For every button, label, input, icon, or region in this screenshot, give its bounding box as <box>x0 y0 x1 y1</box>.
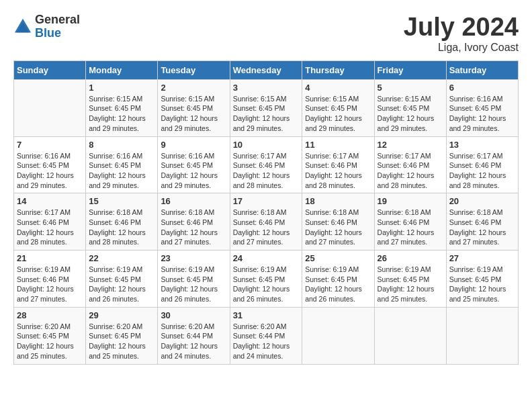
calendar-day-cell: 15Sunrise: 6:18 AM Sunset: 6:46 PM Dayli… <box>86 193 158 250</box>
weekday-header-thursday: Thursday <box>302 60 374 79</box>
location-subtitle: Liga, Ivory Coast <box>404 42 519 54</box>
day-info: Sunrise: 6:18 AM Sunset: 6:46 PM Dayligh… <box>449 208 515 247</box>
day-number: 13 <box>449 140 515 150</box>
day-number: 6 <box>449 83 515 93</box>
calendar-day-cell: 9Sunrise: 6:16 AM Sunset: 6:45 PM Daylig… <box>158 136 230 193</box>
calendar-week-row: 28Sunrise: 6:20 AM Sunset: 6:45 PM Dayli… <box>14 307 519 364</box>
calendar-day-cell: 19Sunrise: 6:18 AM Sunset: 6:46 PM Dayli… <box>374 193 446 250</box>
day-info: Sunrise: 6:19 AM Sunset: 6:45 PM Dayligh… <box>449 265 515 304</box>
calendar-day-cell: 13Sunrise: 6:17 AM Sunset: 6:46 PM Dayli… <box>446 136 518 193</box>
day-info: Sunrise: 6:20 AM Sunset: 6:45 PM Dayligh… <box>17 322 83 361</box>
day-number: 7 <box>17 140 83 150</box>
calendar-day-cell <box>374 307 446 364</box>
day-info: Sunrise: 6:16 AM Sunset: 6:45 PM Dayligh… <box>449 94 515 134</box>
weekday-header-friday: Friday <box>374 60 446 79</box>
calendar-day-cell: 26Sunrise: 6:19 AM Sunset: 6:45 PM Dayli… <box>374 250 446 308</box>
day-info: Sunrise: 6:19 AM Sunset: 6:45 PM Dayligh… <box>161 265 226 304</box>
day-number: 25 <box>305 253 371 263</box>
day-number: 11 <box>305 140 371 150</box>
calendar-day-cell: 24Sunrise: 6:19 AM Sunset: 6:45 PM Dayli… <box>230 250 302 308</box>
day-number: 16 <box>161 196 226 206</box>
calendar-day-cell: 30Sunrise: 6:20 AM Sunset: 6:44 PM Dayli… <box>158 307 230 364</box>
calendar-day-cell: 17Sunrise: 6:18 AM Sunset: 6:46 PM Dayli… <box>230 193 302 250</box>
day-number: 1 <box>89 83 154 93</box>
day-info: Sunrise: 6:20 AM Sunset: 6:45 PM Dayligh… <box>89 322 154 361</box>
day-info: Sunrise: 6:18 AM Sunset: 6:46 PM Dayligh… <box>305 208 371 247</box>
day-number: 29 <box>89 310 154 320</box>
calendar-day-cell: 8Sunrise: 6:16 AM Sunset: 6:45 PM Daylig… <box>86 136 158 193</box>
calendar-day-cell: 18Sunrise: 6:18 AM Sunset: 6:46 PM Dayli… <box>302 193 374 250</box>
weekday-header-saturday: Saturday <box>446 60 518 79</box>
calendar-day-cell: 12Sunrise: 6:17 AM Sunset: 6:46 PM Dayli… <box>374 136 446 193</box>
day-info: Sunrise: 6:15 AM Sunset: 6:45 PM Dayligh… <box>161 94 226 134</box>
weekday-header-monday: Monday <box>86 60 158 79</box>
page-header: General Blue July 2024 Liga, Ivory Coast <box>13 13 519 54</box>
logo-blue-text: Blue <box>35 27 80 40</box>
title-area: July 2024 Liga, Ivory Coast <box>404 13 519 54</box>
day-info: Sunrise: 6:17 AM Sunset: 6:46 PM Dayligh… <box>378 151 443 191</box>
calendar-week-row: 1Sunrise: 6:15 AM Sunset: 6:45 PM Daylig… <box>14 79 519 136</box>
day-number: 9 <box>161 140 226 150</box>
logo-general-text: General <box>35 13 80 27</box>
day-info: Sunrise: 6:19 AM Sunset: 6:45 PM Dayligh… <box>378 265 443 304</box>
day-info: Sunrise: 6:17 AM Sunset: 6:46 PM Dayligh… <box>17 208 83 247</box>
day-number: 10 <box>233 140 300 150</box>
weekday-header-row: SundayMondayTuesdayWednesdayThursdayFrid… <box>14 60 519 79</box>
day-info: Sunrise: 6:15 AM Sunset: 6:45 PM Dayligh… <box>233 94 300 134</box>
day-number: 27 <box>449 253 515 263</box>
calendar-day-cell: 31Sunrise: 6:20 AM Sunset: 6:44 PM Dayli… <box>230 307 302 364</box>
logo-icon <box>13 17 32 36</box>
day-info: Sunrise: 6:15 AM Sunset: 6:45 PM Dayligh… <box>378 94 443 134</box>
day-info: Sunrise: 6:18 AM Sunset: 6:46 PM Dayligh… <box>378 208 443 247</box>
logo-text: General Blue <box>35 13 80 40</box>
day-number: 8 <box>89 140 154 150</box>
day-number: 17 <box>233 196 300 206</box>
day-number: 26 <box>378 253 443 263</box>
weekday-header-wednesday: Wednesday <box>230 60 302 79</box>
calendar-day-cell: 22Sunrise: 6:19 AM Sunset: 6:45 PM Dayli… <box>86 250 158 308</box>
day-number: 5 <box>378 83 443 93</box>
day-number: 14 <box>17 196 83 206</box>
day-info: Sunrise: 6:15 AM Sunset: 6:45 PM Dayligh… <box>89 94 154 134</box>
day-number: 31 <box>233 310 300 320</box>
day-number: 12 <box>378 140 443 150</box>
day-number: 20 <box>449 196 515 206</box>
day-number: 18 <box>305 196 371 206</box>
day-info: Sunrise: 6:19 AM Sunset: 6:45 PM Dayligh… <box>233 265 300 304</box>
weekday-header-sunday: Sunday <box>14 60 86 79</box>
day-number: 4 <box>305 83 371 93</box>
calendar-day-cell: 7Sunrise: 6:16 AM Sunset: 6:45 PM Daylig… <box>14 136 86 193</box>
day-info: Sunrise: 6:19 AM Sunset: 6:46 PM Dayligh… <box>17 265 83 304</box>
calendar-day-cell <box>302 307 374 364</box>
calendar-day-cell: 28Sunrise: 6:20 AM Sunset: 6:45 PM Dayli… <box>14 307 86 364</box>
weekday-header-tuesday: Tuesday <box>158 60 230 79</box>
day-number: 23 <box>161 253 226 263</box>
calendar-day-cell: 3Sunrise: 6:15 AM Sunset: 6:45 PM Daylig… <box>230 79 302 136</box>
day-number: 3 <box>233 83 300 93</box>
day-number: 15 <box>89 196 154 206</box>
day-info: Sunrise: 6:17 AM Sunset: 6:46 PM Dayligh… <box>449 151 515 191</box>
day-info: Sunrise: 6:17 AM Sunset: 6:46 PM Dayligh… <box>233 151 300 191</box>
calendar-week-row: 7Sunrise: 6:16 AM Sunset: 6:45 PM Daylig… <box>14 136 519 193</box>
calendar-day-cell: 1Sunrise: 6:15 AM Sunset: 6:45 PM Daylig… <box>86 79 158 136</box>
calendar-day-cell: 14Sunrise: 6:17 AM Sunset: 6:46 PM Dayli… <box>14 193 86 250</box>
day-number: 28 <box>17 310 83 320</box>
day-info: Sunrise: 6:18 AM Sunset: 6:46 PM Dayligh… <box>161 208 226 247</box>
day-number: 24 <box>233 253 300 263</box>
day-number: 22 <box>89 253 154 263</box>
calendar-week-row: 14Sunrise: 6:17 AM Sunset: 6:46 PM Dayli… <box>14 193 519 250</box>
calendar-day-cell <box>446 307 518 364</box>
day-info: Sunrise: 6:20 AM Sunset: 6:44 PM Dayligh… <box>161 322 226 361</box>
month-title: July 2024 <box>404 13 519 42</box>
day-info: Sunrise: 6:18 AM Sunset: 6:46 PM Dayligh… <box>233 208 300 247</box>
day-info: Sunrise: 6:20 AM Sunset: 6:44 PM Dayligh… <box>233 322 300 361</box>
calendar-day-cell: 27Sunrise: 6:19 AM Sunset: 6:45 PM Dayli… <box>446 250 518 308</box>
day-info: Sunrise: 6:16 AM Sunset: 6:45 PM Dayligh… <box>89 151 154 191</box>
day-info: Sunrise: 6:19 AM Sunset: 6:45 PM Dayligh… <box>305 265 371 304</box>
day-number: 30 <box>161 310 226 320</box>
calendar-day-cell: 23Sunrise: 6:19 AM Sunset: 6:45 PM Dayli… <box>158 250 230 308</box>
day-info: Sunrise: 6:17 AM Sunset: 6:46 PM Dayligh… <box>305 151 371 191</box>
calendar-day-cell: 5Sunrise: 6:15 AM Sunset: 6:45 PM Daylig… <box>374 79 446 136</box>
day-number: 2 <box>161 83 226 93</box>
calendar-day-cell: 29Sunrise: 6:20 AM Sunset: 6:45 PM Dayli… <box>86 307 158 364</box>
